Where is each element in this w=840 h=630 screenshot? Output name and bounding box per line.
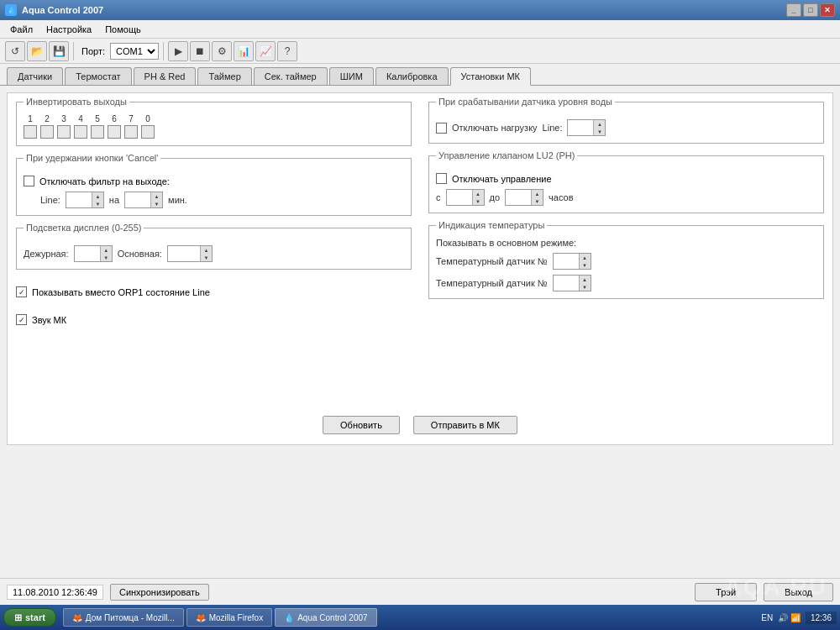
refresh-button[interactable]: ↺ <box>5 41 25 61</box>
monitor-button[interactable]: 📊 <box>234 41 254 61</box>
config-button[interactable]: ⚙ <box>212 41 232 61</box>
temp-s2-down[interactable]: ▼ <box>579 283 591 291</box>
tab-pwm[interactable]: ШИМ <box>329 67 374 85</box>
main-down-btn[interactable]: ▼ <box>200 254 212 261</box>
open-button[interactable]: 📂 <box>27 41 47 61</box>
start-label: start <box>25 612 45 622</box>
duty-input[interactable]: 70 <box>75 246 100 261</box>
temp-s1-input[interactable]: 1 <box>554 254 579 269</box>
na-label: на <box>109 195 119 205</box>
temp-sensor2-row: Температурный датчик № 2 ▲ ▼ <box>436 275 816 291</box>
line-down-btn[interactable]: ▼ <box>92 200 103 207</box>
temp-s2-spinbox[interactable]: 2 ▲ ▼ <box>553 275 591 291</box>
connect-button[interactable]: ▶ <box>168 41 188 61</box>
tab-mk-settings[interactable]: Установки МК <box>450 67 531 86</box>
temp-s1-down[interactable]: ▼ <box>579 261 591 269</box>
toolbar-separator-1 <box>73 42 74 60</box>
to-down[interactable]: ▼ <box>531 197 543 205</box>
from-label: с <box>436 192 441 202</box>
save-button[interactable]: 💾 <box>49 41 69 61</box>
menu-help[interactable]: Помощь <box>98 23 148 36</box>
from-input[interactable]: 22 <box>447 190 472 205</box>
main-up-btn[interactable]: ▲ <box>200 246 212 254</box>
line-up-btn[interactable]: ▲ <box>92 192 103 200</box>
menu-bar: Файл Настройка Помощь <box>0 20 840 39</box>
from-up[interactable]: ▲ <box>472 190 484 197</box>
temp-group: Индикация температуры Показывать в основ… <box>428 225 824 299</box>
min-up-btn[interactable]: ▲ <box>150 192 162 200</box>
orp1-checkbox[interactable] <box>16 286 27 297</box>
min-input[interactable]: 30 <box>125 192 150 207</box>
help-button[interactable]: ? <box>277 41 297 61</box>
valve-off-checkbox[interactable] <box>436 173 447 184</box>
orp1-label: Показывать вместо ORP1 состояние Line <box>32 287 210 297</box>
chart-button[interactable]: 📈 <box>255 41 276 61</box>
out-num-6: 6 <box>108 114 121 123</box>
temp-s1-spinbox[interactable]: 1 ▲ ▼ <box>553 253 591 270</box>
right-column: При срабатывании датчика уровня воды Отк… <box>428 102 824 436</box>
close-button[interactable]: ✕ <box>820 3 835 17</box>
menu-file[interactable]: Файл <box>3 23 39 36</box>
port-select[interactable]: COM1 COM2 COM3 COM4 <box>110 43 159 60</box>
to-up[interactable]: ▲ <box>531 190 543 197</box>
min-down-btn[interactable]: ▼ <box>150 200 162 207</box>
start-icon: ⊞ <box>14 612 22 623</box>
from-down[interactable]: ▼ <box>472 197 484 205</box>
water-line-label: Line: <box>543 123 563 133</box>
menu-settings[interactable]: Настройка <box>39 23 98 36</box>
from-spinbox[interactable]: 22 ▲ ▼ <box>446 189 485 206</box>
firefox-icon: 🦊 <box>196 613 206 622</box>
out-cb-5[interactable] <box>91 125 104 139</box>
out-cb-0[interactable] <box>141 125 155 139</box>
out-cb-4[interactable] <box>74 125 87 139</box>
tab-sec-timer[interactable]: Сек. таймер <box>254 67 328 85</box>
water-line-input[interactable]: 1 <box>568 120 593 135</box>
to-input[interactable]: 7 <box>506 190 531 205</box>
line-input[interactable]: 8 <box>66 192 92 207</box>
water-line-down[interactable]: ▼ <box>593 128 605 135</box>
tab-sensors[interactable]: Датчики <box>7 67 63 85</box>
duty-spinbox[interactable]: 70 ▲ ▼ <box>74 245 113 262</box>
out-cb-6[interactable] <box>108 125 121 139</box>
min-spinbox[interactable]: 30 ▲ ▼ <box>124 192 163 208</box>
line-spinbox[interactable]: 8 ▲ ▼ <box>66 192 104 208</box>
duty-up-btn[interactable]: ▲ <box>100 246 112 254</box>
title-icon: 💧 <box>5 4 17 16</box>
start-button[interactable]: ⊞ start <box>3 608 56 627</box>
out-num-0: 0 <box>141 114 155 123</box>
out-cb-2[interactable] <box>40 125 54 139</box>
temp-s2-input[interactable]: 2 <box>554 276 579 291</box>
to-spinbox[interactable]: 7 ▲ ▼ <box>505 189 543 206</box>
filter-off-checkbox[interactable] <box>24 176 34 186</box>
tab-ph-red[interactable]: PH & Red <box>134 67 197 85</box>
stop-button[interactable]: ⏹ <box>190 41 210 61</box>
send-button[interactable]: Отправить в МК <box>413 416 517 434</box>
valve-title: Управление клапаном LU2 (PH) <box>436 150 577 160</box>
minimize-button[interactable]: _ <box>786 3 801 17</box>
out-cb-1[interactable] <box>24 125 37 139</box>
to-btns: ▲ ▼ <box>531 190 543 205</box>
water-off-checkbox[interactable] <box>436 123 447 134</box>
water-line-up[interactable]: ▲ <box>593 120 605 128</box>
main-spinbox[interactable]: 255 ▲ ▼ <box>167 245 213 262</box>
update-button[interactable]: Обновить <box>323 416 400 434</box>
sync-button[interactable]: Синхронизировать <box>110 584 209 601</box>
out-cb-3[interactable] <box>57 125 71 139</box>
out-cb-7[interactable] <box>124 125 138 139</box>
taskbar-firefox[interactable]: 🦊 Mozilla Firefox <box>186 608 272 627</box>
temp-s2-up[interactable]: ▲ <box>579 276 591 283</box>
tab-thermostat[interactable]: Термостат <box>65 67 131 85</box>
water-line-spinbox[interactable]: 1 ▲ ▼ <box>567 119 606 136</box>
tab-timer[interactable]: Таймер <box>197 67 251 85</box>
temp-title: Индикация температуры <box>436 220 547 230</box>
tab-calibration[interactable]: Калибровка <box>375 67 449 85</box>
duty-down-btn[interactable]: ▼ <box>100 254 112 261</box>
taskbar-dom[interactable]: 🦊 Дом Питомца - Mozill... <box>63 608 184 627</box>
main-input[interactable]: 255 <box>168 246 200 261</box>
out-num-2: 2 <box>40 114 54 123</box>
fox-icon: 🦊 <box>72 613 82 622</box>
maximize-button[interactable]: □ <box>803 3 818 17</box>
sound-checkbox[interactable] <box>16 314 27 325</box>
taskbar-aqua[interactable]: 💧 Aqua Control 2007 <box>275 608 376 627</box>
temp-s1-up[interactable]: ▲ <box>579 254 591 261</box>
